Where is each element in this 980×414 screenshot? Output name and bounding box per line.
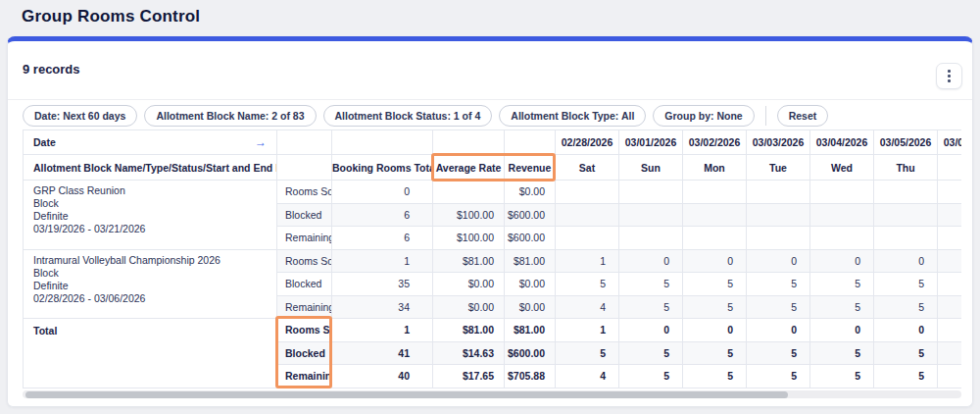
- revenue-cell: $600.00: [505, 341, 556, 365]
- date-column-header: 02/28/2026: [556, 130, 619, 155]
- row-label-cell: Remaining: [277, 227, 332, 250]
- day-column-header: Mon: [683, 155, 747, 181]
- booking-rooms-total-cell: 1: [332, 249, 433, 273]
- average-rate-cell: $81.00: [433, 319, 505, 342]
- daily-value-cell: 4: [556, 295, 619, 319]
- records-count: 9 records: [23, 62, 80, 77]
- daily-value-cell: 5: [810, 295, 874, 319]
- daily-value-cell: [874, 181, 938, 204]
- daily-value-cell: 5: [683, 295, 747, 319]
- total-label-cell: Total: [24, 319, 277, 388]
- booking-rooms-total-cell: 41: [332, 341, 433, 365]
- daily-value-cell: 5: [619, 341, 683, 365]
- daily-value-cell: [938, 365, 962, 388]
- kebab-menu-button[interactable]: [936, 63, 962, 89]
- header-row-columns: Allotment Block Name/Type/Status/Start a…: [24, 155, 962, 181]
- allotment-block-header-cell: Allotment Block Name/Type/Status/Start a…: [24, 155, 277, 181]
- allotment-block-header-label: Allotment Block Name/Type/Status/Start a…: [33, 162, 277, 174]
- day-column-header: Sun: [619, 155, 683, 181]
- daily-value-cell: [938, 227, 962, 250]
- daily-value-cell: 5: [683, 341, 747, 365]
- empty-header-cell: [505, 130, 556, 155]
- group-date-range: 03/19/2026 - 03/21/2026: [33, 223, 267, 235]
- group-status: Definite: [33, 280, 267, 292]
- filter-chip-group-by[interactable]: Group by: None: [653, 105, 754, 127]
- horizontal-scrollbar-track[interactable]: [23, 390, 961, 398]
- daily-value-cell: [810, 227, 874, 250]
- group-type: Block: [33, 197, 267, 210]
- daily-value-cell: [874, 227, 938, 250]
- allotment-block-info-cell: GRP Class ReunionBlockDefinite03/19/2026…: [24, 181, 277, 250]
- average-rate-cell: $14.63: [433, 341, 505, 365]
- daily-value-cell: [938, 341, 962, 365]
- daily-value-cell: 5: [810, 365, 874, 388]
- revenue-cell: $705.88: [505, 365, 556, 388]
- daily-value-cell: 5: [874, 365, 938, 388]
- daily-value-cell: 5: [747, 295, 810, 319]
- filter-chip-date[interactable]: Date: Next 60 days: [23, 105, 137, 127]
- booking-rooms-total-cell: 6: [332, 203, 433, 227]
- daily-value-cell: [556, 227, 619, 250]
- revenue-cell: $600.00: [505, 203, 556, 227]
- average-rate-cell: $100.00: [433, 227, 505, 250]
- daily-value-cell: [747, 227, 810, 250]
- daily-value-cell: 5: [747, 365, 810, 388]
- day-column-header: Fri: [938, 155, 962, 181]
- daily-value-cell: 0: [683, 249, 747, 273]
- table-row: GRP Class ReunionBlockDefinite03/19/2026…: [24, 181, 962, 204]
- daily-value-cell: 0: [874, 319, 938, 342]
- revenue-cell: $0.00: [505, 295, 556, 319]
- daily-value-cell: 5: [619, 295, 683, 319]
- group-name: Intramural Volleyball Championship 2026: [33, 254, 267, 267]
- date-column-header-cell: Date →: [24, 130, 277, 155]
- daily-value-cell: [938, 181, 962, 204]
- filter-chips-row: Date: Next 60 days Allotment Block Name:…: [23, 105, 960, 127]
- booking-rooms-total-cell: 34: [332, 295, 433, 319]
- average-rate-cell: $17.65: [433, 365, 505, 388]
- daily-value-cell: [683, 181, 747, 204]
- booking-rooms-total-header: Booking Rooms Total: [332, 155, 433, 181]
- average-rate-cell: [433, 181, 505, 204]
- daily-value-cell: [938, 273, 962, 296]
- empty-header-cell: [332, 130, 433, 155]
- daily-value-cell: 1: [556, 249, 619, 273]
- daily-value-cell: [874, 203, 938, 227]
- group-status: Definite: [33, 210, 267, 223]
- daily-value-cell: [938, 319, 962, 342]
- average-rate-cell: $100.00: [433, 203, 505, 227]
- daily-value-cell: 5: [810, 273, 874, 296]
- average-rate-cell: $0.00: [433, 273, 505, 296]
- day-column-header: Tue: [747, 155, 810, 181]
- date-sort-arrow-icon[interactable]: →: [255, 135, 267, 149]
- revenue-cell: $81.00: [505, 249, 556, 273]
- daily-value-cell: 5: [874, 273, 938, 296]
- daily-value-cell: 4: [556, 365, 619, 388]
- revenue-cell: $81.00: [505, 319, 556, 342]
- filter-chip-allotment-block-type[interactable]: Allotment Block Type: All: [499, 105, 646, 127]
- average-rate-cell: $0.00: [433, 295, 505, 319]
- daily-value-cell: [810, 181, 874, 204]
- kebab-menu-icon: [948, 70, 951, 82]
- daily-value-cell: 5: [810, 341, 874, 365]
- date-column-header: 03/04/2026: [810, 130, 874, 155]
- reset-filters-button[interactable]: Reset: [777, 105, 829, 127]
- booking-rooms-total-cell: 1: [332, 319, 433, 342]
- daily-value-cell: [619, 203, 683, 227]
- daily-value-cell: [810, 203, 874, 227]
- revenue-cell: $0.00: [505, 273, 556, 296]
- horizontal-scrollbar-thumb[interactable]: [25, 391, 788, 398]
- row-label-cell: Blocked: [277, 341, 332, 365]
- date-column-header: 03/05/2026: [874, 130, 938, 155]
- booking-rooms-total-cell: 35: [332, 273, 433, 296]
- empty-header-cell: [277, 130, 332, 155]
- daily-value-cell: [938, 249, 962, 273]
- filter-chip-allotment-block-name[interactable]: Allotment Block Name: 2 of 83: [144, 105, 316, 127]
- daily-value-cell: 5: [619, 273, 683, 296]
- row-label-cell: Blocked: [277, 273, 332, 296]
- daily-value-cell: 0: [683, 319, 747, 342]
- booking-rooms-total-cell: 0: [332, 181, 433, 204]
- day-column-header: Sat: [556, 155, 619, 181]
- daily-value-cell: 0: [619, 249, 683, 273]
- daily-value-cell: 0: [747, 319, 810, 342]
- filter-chip-allotment-block-status[interactable]: Allotment Block Status: 1 of 4: [323, 105, 493, 127]
